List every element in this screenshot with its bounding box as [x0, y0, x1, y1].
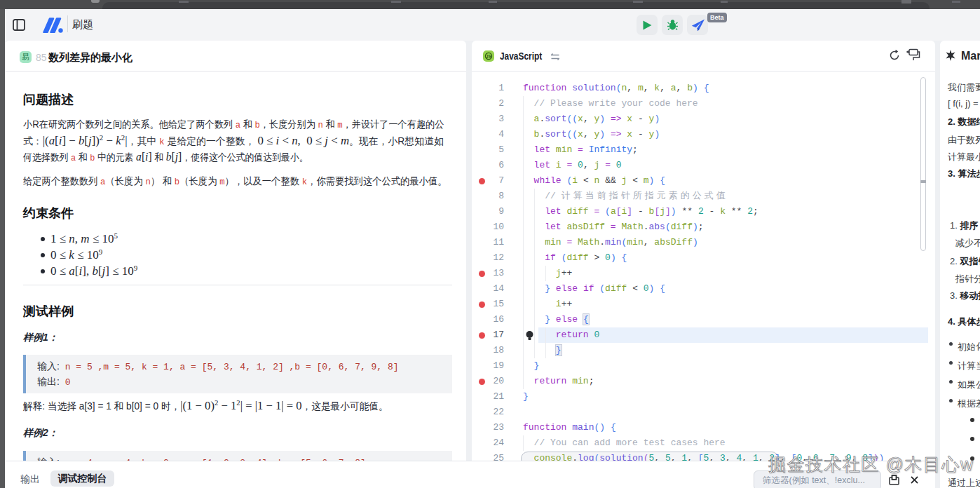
svg-text:JS: JS [486, 54, 492, 59]
